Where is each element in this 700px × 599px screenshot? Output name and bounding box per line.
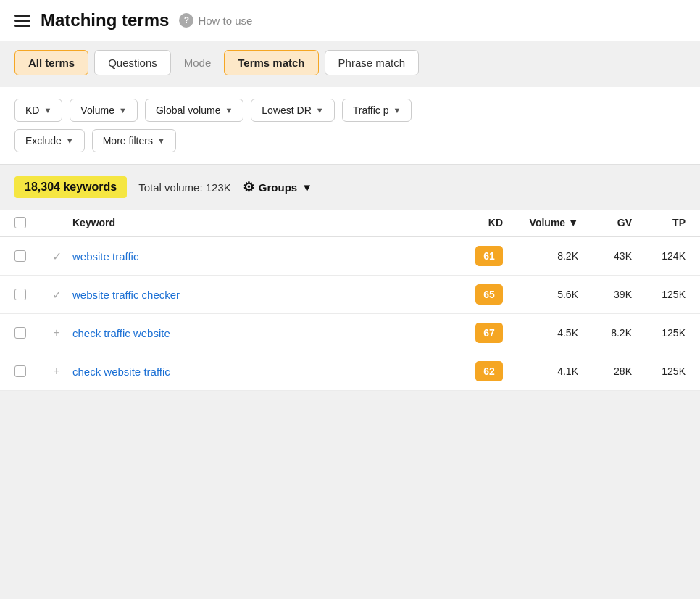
tp-value: 125K bbox=[635, 327, 686, 339]
volume-col-header[interactable]: Volume ▼ bbox=[506, 217, 578, 228]
how-to-use-button[interactable]: ? How to use bbox=[179, 13, 252, 28]
filter-row-2: Exclude ▼ More filters ▼ bbox=[14, 129, 686, 152]
how-to-use-label: How to use bbox=[198, 15, 252, 27]
tabs-bar: All terms Questions Mode Terms match Phr… bbox=[0, 41, 700, 84]
lowest-dr-filter-arrow: ▼ bbox=[316, 106, 324, 115]
traffic-p-filter-arrow: ▼ bbox=[393, 106, 401, 115]
table-row: + check website traffic 62 4.1K 28K 125K bbox=[0, 352, 700, 391]
tp-value: 125K bbox=[635, 365, 686, 377]
volume-value: 8.2K bbox=[506, 250, 578, 262]
tp-value: 124K bbox=[635, 250, 686, 262]
header: Matching terms ? How to use bbox=[0, 0, 700, 41]
kd-filter[interactable]: KD ▼ bbox=[14, 99, 62, 122]
kd-badge: 67 bbox=[475, 323, 503, 343]
tab-phrase-match[interactable]: Phrase match bbox=[325, 50, 420, 75]
row-action-plus-icon[interactable]: + bbox=[43, 365, 70, 378]
select-all-checkbox[interactable] bbox=[14, 217, 26, 228]
volume-sort-icon: ▼ bbox=[568, 217, 578, 228]
groups-icon: ⚙ bbox=[243, 179, 254, 195]
page-title: Matching terms bbox=[41, 10, 169, 30]
global-volume-filter-arrow: ▼ bbox=[225, 106, 233, 115]
kd-value: 67 bbox=[445, 323, 503, 343]
volume-value: 5.6K bbox=[506, 289, 578, 300]
volume-filter-arrow: ▼ bbox=[119, 106, 127, 115]
tp-col-header: TP bbox=[635, 217, 686, 228]
kd-value: 62 bbox=[445, 361, 503, 381]
groups-button[interactable]: ⚙ Groups ▼ bbox=[243, 179, 312, 195]
row-action-check-icon[interactable]: ✓ bbox=[43, 249, 70, 263]
row-checkbox[interactable] bbox=[14, 250, 26, 262]
select-all-checkbox-cell[interactable] bbox=[14, 217, 41, 228]
row-action-plus-icon[interactable]: + bbox=[43, 326, 70, 339]
row-checkbox[interactable] bbox=[14, 327, 26, 339]
tp-value: 125K bbox=[635, 289, 686, 300]
filters-section: KD ▼ Volume ▼ Global volume ▼ Lowest DR … bbox=[0, 87, 700, 165]
results-bar: 18,304 keywords Total volume: 123K ⚙ Gro… bbox=[0, 165, 700, 210]
keywords-table: Keyword KD Volume ▼ GV TP ✓ website traf… bbox=[0, 210, 700, 391]
total-volume-text: Total volume: 123K bbox=[138, 181, 231, 194]
kd-badge: 61 bbox=[475, 246, 503, 266]
exclude-filter[interactable]: Exclude ▼ bbox=[14, 129, 85, 152]
menu-icon[interactable] bbox=[14, 15, 30, 27]
lowest-dr-filter[interactable]: Lowest DR ▼ bbox=[251, 99, 334, 122]
keywords-count-badge: 18,304 keywords bbox=[14, 176, 127, 198]
kd-value: 61 bbox=[445, 246, 503, 266]
gv-value: 39K bbox=[581, 289, 632, 300]
gv-value: 43K bbox=[581, 250, 632, 262]
groups-arrow-icon: ▼ bbox=[301, 181, 312, 194]
gv-col-header: GV bbox=[581, 217, 632, 228]
table-row: ✓ website traffic checker 65 5.6K 39K 12… bbox=[0, 276, 700, 314]
keyword-link[interactable]: website traffic checker bbox=[72, 289, 442, 301]
row-action-check-icon[interactable]: ✓ bbox=[43, 288, 70, 302]
kd-col-header: KD bbox=[445, 217, 503, 228]
table-row: + check traffic website 67 4.5K 8.2K 125… bbox=[0, 314, 700, 352]
tab-all-terms[interactable]: All terms bbox=[14, 50, 88, 75]
table-header: Keyword KD Volume ▼ GV TP bbox=[0, 210, 700, 237]
keyword-col-header: Keyword bbox=[72, 217, 442, 228]
keyword-link[interactable]: check website traffic bbox=[72, 365, 442, 378]
volume-filter[interactable]: Volume ▼ bbox=[70, 99, 138, 122]
table-row: ✓ website traffic 61 8.2K 43K 124K bbox=[0, 237, 700, 276]
kd-value: 65 bbox=[445, 284, 503, 305]
volume-value: 4.5K bbox=[506, 327, 578, 339]
tab-questions[interactable]: Questions bbox=[94, 50, 171, 75]
kd-filter-arrow: ▼ bbox=[43, 106, 51, 115]
more-filters-filter[interactable]: More filters ▼ bbox=[92, 129, 176, 152]
mode-label: Mode bbox=[177, 51, 219, 75]
gv-value: 8.2K bbox=[581, 327, 632, 339]
kd-badge: 62 bbox=[475, 361, 503, 381]
help-icon: ? bbox=[179, 13, 193, 28]
row-checkbox[interactable] bbox=[14, 289, 26, 300]
keyword-link[interactable]: website traffic bbox=[72, 250, 442, 263]
global-volume-filter[interactable]: Global volume ▼ bbox=[145, 99, 243, 122]
exclude-filter-arrow: ▼ bbox=[66, 136, 74, 145]
kd-badge: 65 bbox=[475, 284, 503, 305]
traffic-p-filter[interactable]: Traffic p ▼ bbox=[342, 99, 412, 122]
filter-row-1: KD ▼ Volume ▼ Global volume ▼ Lowest DR … bbox=[14, 99, 686, 122]
keyword-link[interactable]: check traffic website bbox=[72, 327, 442, 339]
row-checkbox[interactable] bbox=[14, 365, 26, 377]
gv-value: 28K bbox=[581, 365, 632, 377]
more-filters-arrow: ▼ bbox=[157, 136, 165, 145]
tab-terms-match[interactable]: Terms match bbox=[224, 50, 318, 75]
volume-value: 4.1K bbox=[506, 365, 578, 377]
